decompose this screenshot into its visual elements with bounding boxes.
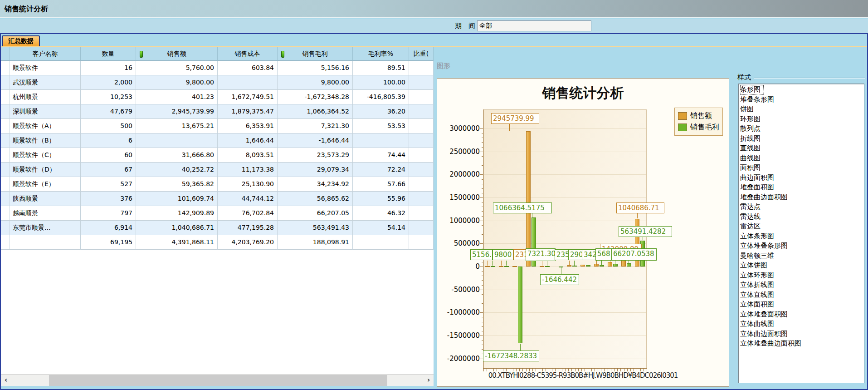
cell[interactable]: 10,253 [81,90,136,104]
cell[interactable] [1,75,10,90]
cell[interactable] [1,148,10,163]
cell[interactable]: 8,093.51 [218,148,278,163]
cell[interactable]: 401.23 [136,90,218,104]
cell[interactable]: 4,203,769.20 [218,235,278,250]
cell[interactable]: 89.51 [353,61,409,75]
column-header[interactable]: 客户名称 [10,47,81,61]
style-list-item[interactable]: 立体环形图 [740,271,864,281]
style-list-item[interactable]: 立体堆叠条形图 [740,241,864,251]
cell[interactable]: 36.20 [353,104,409,119]
style-list-item[interactable]: 环形图 [740,114,864,124]
cell[interactable]: 376 [81,192,136,206]
column-header[interactable]: 比重( [409,47,434,61]
cell[interactable]: 55.96 [353,192,409,206]
tab-summary-data[interactable]: 汇总数据 [2,35,40,46]
cell[interactable]: 5,156.16 [278,61,353,75]
cell[interactable] [218,75,278,90]
cell[interactable] [409,235,434,250]
cell[interactable]: -1,646.44 [278,133,353,148]
cell[interactable] [1,206,10,221]
cell[interactable] [409,177,434,192]
style-list-item[interactable]: 立体堆叠面积图 [740,310,864,320]
style-list-item[interactable]: 曼哈顿三维 [740,251,864,261]
cell[interactable] [1,235,10,250]
cell[interactable]: 13,675.21 [136,119,218,133]
cell[interactable] [409,90,434,104]
cell[interactable]: 56,865.62 [278,192,353,206]
cell[interactable] [1,90,10,104]
cell[interactable] [353,133,409,148]
cell[interactable]: 57.66 [353,177,409,192]
style-list-item[interactable]: 堆叠曲边面积图 [740,193,864,202]
column-header[interactable]: 毛利率% [353,47,409,61]
style-list-item[interactable]: 曲边面积图 [740,173,864,183]
cell[interactable]: -416,805.39 [353,90,409,104]
cell[interactable]: 72.24 [353,163,409,177]
cell[interactable]: 11,173.38 [218,163,278,177]
cell[interactable]: 25,130.90 [218,177,278,192]
cell[interactable] [1,133,10,148]
cell[interactable]: 顺景软件（D） [10,163,81,177]
cell[interactable]: 1,066,364.52 [278,104,353,119]
cell[interactable]: 797 [81,206,136,221]
cell[interactable]: 顺景软件 [10,61,81,75]
cell[interactable]: 188,098.91 [278,235,353,250]
column-header[interactable]: 数量 [81,47,136,61]
style-list-item[interactable]: 散列点 [740,124,864,134]
style-list-item[interactable]: 雷达点 [740,202,864,212]
style-list-item[interactable]: 立体直线图 [740,290,864,300]
cell[interactable]: 100.00 [353,75,409,90]
cell[interactable] [1,177,10,192]
cell[interactable]: 9,800.00 [278,75,353,90]
cell[interactable]: 603.84 [218,61,278,75]
style-list[interactable]: 条形图堆叠条形图饼图环形图散列点折线图直线图曲线图面积图曲边面积图堆叠面积图堆叠… [738,84,864,383]
cell[interactable]: 500 [81,119,136,133]
cell[interactable]: 46.32 [353,206,409,221]
style-list-item[interactable]: 曲线图 [740,153,864,163]
cell[interactable]: 顺景软件（A） [10,119,81,133]
style-list-item[interactable]: 雷达线 [740,212,864,222]
cell[interactable]: 54.14 [353,221,409,235]
cell[interactable] [1,104,10,119]
cell[interactable]: 47,679 [81,104,136,119]
cell[interactable]: 527 [81,177,136,192]
style-list-item[interactable]: 立体饼图 [740,261,864,271]
style-list-item[interactable]: 雷达区 [740,222,864,232]
style-list-item[interactable]: 堆叠条形图 [740,95,864,105]
cell[interactable]: 顺景软件（C） [10,148,81,163]
cell[interactable] [409,104,434,119]
style-list-item[interactable]: 条形图 [740,85,764,95]
style-list-item[interactable]: 立体折线图 [740,280,864,290]
cell[interactable]: 34,234.92 [278,177,353,192]
style-list-item[interactable]: 立体曲线图 [740,319,864,329]
cell[interactable] [409,206,434,221]
cell[interactable] [1,61,10,75]
style-list-item[interactable]: 立体堆叠曲边面积图 [740,339,864,349]
cell[interactable]: -1,672,348.28 [278,90,353,104]
cell[interactable] [409,61,434,75]
style-list-item[interactable]: 直线图 [740,143,864,153]
cell[interactable] [409,221,434,235]
cell[interactable]: 67 [81,163,136,177]
cell[interactable]: 29,079.34 [278,163,353,177]
cell[interactable]: 31,666.80 [136,148,218,163]
cell[interactable]: 101,609.74 [136,192,218,206]
horizontal-scrollbar[interactable]: ‹ › [1,374,434,386]
cell[interactable] [1,163,10,177]
scroll-right-arrow[interactable]: › [424,375,434,386]
cell[interactable]: 陕西顺景 [10,192,81,206]
cell[interactable] [409,75,434,90]
corner-header[interactable] [1,47,10,61]
column-header[interactable]: 销售额 [136,47,218,61]
style-list-item[interactable]: 堆叠面积图 [740,183,864,193]
cell[interactable]: 53.53 [353,119,409,133]
cell[interactable]: 1,646.44 [218,133,278,148]
column-header[interactable]: 销售成本 [218,47,278,61]
scroll-left-arrow[interactable]: ‹ [1,375,11,386]
cell[interactable]: 69,195 [81,235,136,250]
cell[interactable]: 60 [81,148,136,163]
cell[interactable]: 1,672,749.51 [218,90,278,104]
style-list-item[interactable]: 面积图 [740,163,864,173]
cell[interactable]: 6,914 [81,221,136,235]
cell[interactable]: 40,252.72 [136,163,218,177]
